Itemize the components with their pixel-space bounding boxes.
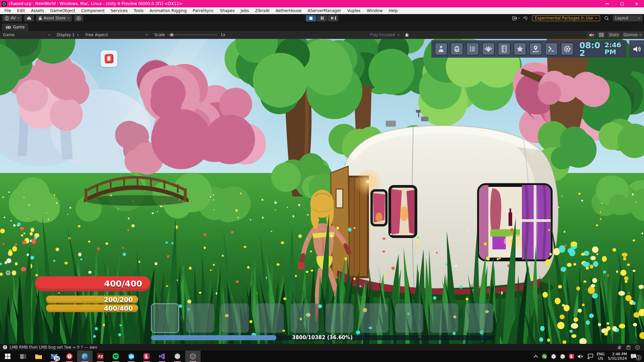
unity-editor-button[interactable] xyxy=(185,351,201,362)
game-viewport: 08:02 2:46 PM 400/400 200/200 400/400 38… xyxy=(0,39,644,344)
language-indicator[interactable]: ENG US xyxy=(597,352,605,361)
status-message[interactable]: LMB RMB then LMB bug set Yaw = 0 ? --- a… xyxy=(10,345,97,350)
mute-audio-button[interactable] xyxy=(587,32,596,38)
clock-date[interactable]: 2:46 PM 5/31/2024 xyxy=(608,352,627,361)
unity-tray-icon[interactable] xyxy=(551,354,556,359)
filezilla-button[interactable]: FZ xyxy=(93,351,108,362)
hotbar-slot-5[interactable] xyxy=(290,303,319,333)
menu-file[interactable]: File xyxy=(1,8,14,13)
game-tab-label: Game xyxy=(13,25,24,29)
unity-tray-icon[interactable] xyxy=(560,354,566,359)
search-icon xyxy=(604,16,609,21)
minimize-button[interactable] xyxy=(600,0,614,7)
scale-slider[interactable] xyxy=(167,35,218,35)
network-tray-icon[interactable] xyxy=(587,354,593,359)
settings-icon xyxy=(563,45,572,53)
tab-game[interactable]: Game xyxy=(2,23,28,31)
hotbar-slot-9[interactable] xyxy=(430,303,458,333)
undo-history-button[interactable] xyxy=(522,15,529,21)
hud-sound-button[interactable] xyxy=(629,40,644,58)
edge-button[interactable] xyxy=(77,351,93,362)
play-focused-dropdown[interactable]: Play Focused xyxy=(370,33,409,37)
hud-skills-button[interactable] xyxy=(514,43,526,55)
lmstudio-button[interactable] xyxy=(139,351,154,362)
notification-icon xyxy=(630,354,637,359)
maximize-button[interactable] xyxy=(614,0,629,7)
account-button[interactable]: AV xyxy=(2,15,22,21)
overlay-app-button[interactable] xyxy=(101,50,117,67)
hotbar-slot-2[interactable] xyxy=(186,303,214,333)
menu-tools[interactable]: Tools xyxy=(131,8,147,13)
volume-muted-tray-icon[interactable] xyxy=(578,354,584,359)
hotbar-slot-3[interactable] xyxy=(221,303,249,333)
record-button[interactable] xyxy=(74,15,83,21)
file-explorer-button[interactable] xyxy=(31,351,46,362)
pause-button[interactable] xyxy=(317,15,327,21)
menu-gameobject[interactable]: GameObject xyxy=(47,8,78,13)
mail-button[interactable]: 26 xyxy=(46,351,62,362)
menu-component[interactable]: Component xyxy=(78,8,108,13)
menu-edit[interactable]: Edit xyxy=(14,8,28,13)
view-dropdown[interactable]: Game xyxy=(0,31,54,39)
aspect-dropdown[interactable]: Free Aspect xyxy=(82,31,151,39)
menu-parrelsync[interactable]: ParrelSync xyxy=(190,8,217,13)
aspect-dropdown-label: Free Aspect xyxy=(85,33,108,37)
scale-slider-knob[interactable] xyxy=(170,33,173,37)
asset-store-button[interactable]: Asset Store xyxy=(36,15,72,21)
unity-hub-button[interactable] xyxy=(170,351,185,362)
menu-help[interactable]: Help xyxy=(386,8,401,13)
hud-settings-button[interactable] xyxy=(561,43,574,55)
task-view-button[interactable] xyxy=(15,351,31,362)
hud-journal-button[interactable] xyxy=(498,43,511,55)
close-button[interactable]: × xyxy=(629,0,644,7)
layout-dropdown[interactable]: Layout xyxy=(613,15,642,21)
menu-jobs[interactable]: Jobs xyxy=(237,8,252,13)
hud-map-button[interactable] xyxy=(529,43,542,55)
menu-window[interactable]: Window xyxy=(364,8,385,13)
hotbar-slot-6[interactable] xyxy=(325,303,354,333)
panels-button[interactable] xyxy=(511,15,522,21)
hud-tribe-button[interactable] xyxy=(482,43,495,55)
hotbar-slot-8[interactable] xyxy=(395,303,423,333)
hud-backpack-button[interactable] xyxy=(450,43,463,55)
notification-center-button[interactable]: 2 xyxy=(630,352,641,360)
menu-shapes[interactable]: Shapes xyxy=(217,8,238,13)
tray-expand-chevron-icon[interactable] xyxy=(534,355,538,359)
hud-quests-button[interactable] xyxy=(466,43,479,55)
progress-check-icon[interactable] xyxy=(635,345,640,350)
menu-aservermanager[interactable]: AServerManager xyxy=(305,8,344,13)
search-button[interactable] xyxy=(603,15,610,21)
menu-services[interactable]: Services xyxy=(108,8,131,13)
debugger-disabled-icon[interactable] xyxy=(617,345,622,350)
hud-console-button[interactable] xyxy=(545,43,558,55)
hotbar-slot-4[interactable] xyxy=(256,303,284,333)
menu-zibraai[interactable]: ZibraAI xyxy=(252,8,272,13)
hotbar-slot-10[interactable] xyxy=(465,303,493,333)
view-dropdown-label: Game xyxy=(3,33,14,37)
hud-character-button[interactable] xyxy=(435,43,447,55)
gizmos-dropdown[interactable]: Gizmos xyxy=(622,32,643,38)
menu-assets[interactable]: Assets xyxy=(28,8,47,13)
davinci-button[interactable]: Dv xyxy=(123,351,139,362)
grid-button[interactable] xyxy=(597,32,606,38)
spotify-button[interactable] xyxy=(108,351,123,362)
vivaldi-button[interactable] xyxy=(62,351,77,362)
lmstudio-tray-icon[interactable] xyxy=(569,354,574,359)
step-button[interactable] xyxy=(328,15,338,21)
cache-disabled-icon[interactable] xyxy=(626,345,631,350)
gpu-tray-icon[interactable] xyxy=(541,353,547,359)
cloud-button[interactable] xyxy=(24,15,34,21)
menu-vuplex[interactable]: Vuplex xyxy=(344,8,364,13)
play-stop-button[interactable] xyxy=(306,15,316,21)
hotbar-slot-7[interactable] xyxy=(360,303,388,333)
mail-badge: 26 xyxy=(54,356,60,361)
stats-toggle[interactable]: Stats xyxy=(607,32,620,38)
start-button[interactable] xyxy=(0,351,15,362)
hotbar-slot-1[interactable] xyxy=(151,303,179,333)
experimental-packages-dropdown[interactable]: Experimental Packages In Use xyxy=(532,15,600,21)
menu-aetherhouse[interactable]: AetherHouse xyxy=(272,8,305,13)
visual-studio-button[interactable] xyxy=(154,351,170,362)
menu-animation-rigging[interactable]: Animation Rigging xyxy=(147,8,190,13)
spotify-icon xyxy=(112,353,119,360)
display-dropdown[interactable]: Display 1 xyxy=(54,31,82,39)
